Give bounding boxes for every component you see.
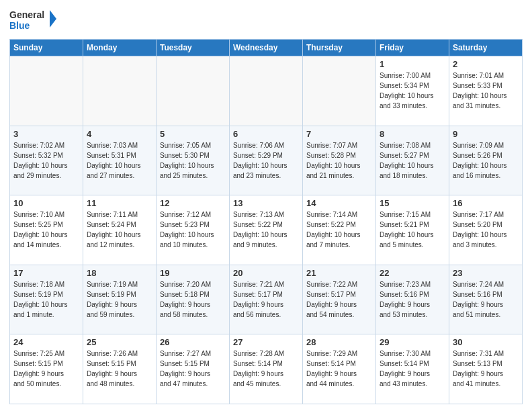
day-number: 16 [453, 198, 519, 208]
weekday-header-cell: Sunday [10, 40, 83, 56]
calendar-cell: 2Sunrise: 7:01 AMSunset: 5:33 PMDaylight… [449, 56, 523, 126]
day-number: 29 [380, 337, 445, 347]
weekday-header-cell: Saturday [449, 40, 523, 56]
weekday-header-cell: Thursday [303, 40, 376, 56]
day-info: Sunrise: 7:11 AMSunset: 5:24 PMDaylight:… [87, 210, 152, 250]
calendar-cell: 13Sunrise: 7:13 AMSunset: 5:22 PMDayligh… [230, 195, 303, 265]
calendar-cell: 10Sunrise: 7:10 AMSunset: 5:25 PMDayligh… [10, 195, 83, 265]
calendar-cell [83, 56, 157, 126]
calendar-cell: 22Sunrise: 7:23 AMSunset: 5:16 PMDayligh… [376, 265, 449, 334]
calendar-cell: 5Sunrise: 7:05 AMSunset: 5:30 PMDaylight… [157, 126, 230, 195]
calendar-cell: 14Sunrise: 7:14 AMSunset: 5:22 PMDayligh… [303, 195, 376, 265]
day-info: Sunrise: 7:05 AMSunset: 5:30 PMDaylight:… [160, 140, 226, 181]
day-number: 14 [306, 198, 372, 208]
day-info: Sunrise: 7:09 AMSunset: 5:26 PMDaylight:… [453, 140, 519, 181]
day-info: Sunrise: 7:31 AMSunset: 5:13 PMDaylight:… [453, 349, 519, 389]
calendar-cell: 30Sunrise: 7:31 AMSunset: 5:13 PMDayligh… [449, 334, 523, 404]
day-info: Sunrise: 7:00 AMSunset: 5:34 PMDaylight:… [380, 71, 445, 111]
day-info: Sunrise: 7:07 AMSunset: 5:28 PMDaylight:… [306, 140, 372, 181]
calendar-cell: 27Sunrise: 7:28 AMSunset: 5:14 PMDayligh… [230, 334, 303, 404]
day-info: Sunrise: 7:06 AMSunset: 5:29 PMDaylight:… [233, 140, 299, 181]
calendar-week-row: 3Sunrise: 7:02 AMSunset: 5:32 PMDaylight… [10, 126, 523, 195]
day-number: 13 [233, 198, 299, 208]
day-number: 26 [160, 337, 226, 347]
day-info: Sunrise: 7:18 AMSunset: 5:19 PMDaylight:… [13, 279, 79, 320]
calendar-cell: 26Sunrise: 7:27 AMSunset: 5:15 PMDayligh… [157, 334, 230, 404]
calendar-cell: 7Sunrise: 7:07 AMSunset: 5:28 PMDaylight… [303, 126, 376, 195]
calendar-cell: 23Sunrise: 7:24 AMSunset: 5:16 PMDayligh… [449, 265, 523, 334]
calendar-week-row: 17Sunrise: 7:18 AMSunset: 5:19 PMDayligh… [10, 265, 523, 334]
day-number: 11 [87, 198, 152, 208]
svg-text:General: General [9, 9, 44, 20]
day-info: Sunrise: 7:08 AMSunset: 5:27 PMDaylight:… [380, 140, 445, 181]
day-info: Sunrise: 7:17 AMSunset: 5:20 PMDaylight:… [453, 210, 519, 250]
calendar-cell: 18Sunrise: 7:19 AMSunset: 5:19 PMDayligh… [83, 265, 157, 334]
day-info: Sunrise: 7:03 AMSunset: 5:31 PMDaylight:… [87, 140, 152, 181]
calendar-cell: 8Sunrise: 7:08 AMSunset: 5:27 PMDaylight… [376, 126, 449, 195]
day-info: Sunrise: 7:15 AMSunset: 5:21 PMDaylight:… [380, 210, 445, 250]
calendar-cell: 20Sunrise: 7:21 AMSunset: 5:17 PMDayligh… [230, 265, 303, 334]
weekday-header-cell: Wednesday [230, 40, 303, 56]
calendar-cell: 21Sunrise: 7:22 AMSunset: 5:17 PMDayligh… [303, 265, 376, 334]
calendar-cell: 25Sunrise: 7:26 AMSunset: 5:15 PMDayligh… [83, 334, 157, 404]
calendar-week-row: 10Sunrise: 7:10 AMSunset: 5:25 PMDayligh… [10, 195, 523, 265]
day-info: Sunrise: 7:27 AMSunset: 5:15 PMDaylight:… [160, 349, 226, 389]
day-number: 18 [87, 268, 152, 278]
calendar-cell [303, 56, 376, 126]
calendar-cell: 24Sunrise: 7:25 AMSunset: 5:15 PMDayligh… [10, 334, 83, 404]
day-info: Sunrise: 7:19 AMSunset: 5:19 PMDaylight:… [87, 279, 152, 320]
day-number: 23 [453, 268, 519, 278]
calendar-cell: 6Sunrise: 7:06 AMSunset: 5:29 PMDaylight… [230, 126, 303, 195]
logo: General Blue [9, 7, 56, 34]
day-info: Sunrise: 7:14 AMSunset: 5:22 PMDaylight:… [306, 210, 372, 250]
day-number: 20 [233, 268, 299, 278]
calendar-cell [10, 56, 83, 126]
day-number: 4 [87, 129, 152, 139]
day-number: 27 [233, 337, 299, 347]
calendar-body: 1Sunrise: 7:00 AMSunset: 5:34 PMDaylight… [10, 56, 523, 404]
day-info: Sunrise: 7:29 AMSunset: 5:14 PMDaylight:… [306, 349, 372, 389]
day-number: 2 [453, 59, 519, 69]
day-number: 7 [306, 129, 372, 139]
day-number: 1 [380, 59, 445, 69]
calendar-week-row: 24Sunrise: 7:25 AMSunset: 5:15 PMDayligh… [10, 334, 523, 404]
day-info: Sunrise: 7:30 AMSunset: 5:14 PMDaylight:… [380, 349, 445, 389]
calendar-week-row: 1Sunrise: 7:00 AMSunset: 5:34 PMDaylight… [10, 56, 523, 126]
weekday-header-cell: Tuesday [157, 40, 230, 56]
day-info: Sunrise: 7:12 AMSunset: 5:23 PMDaylight:… [160, 210, 226, 250]
day-number: 15 [380, 198, 445, 208]
day-number: 30 [453, 337, 519, 347]
calendar-page: General Blue SundayMondayTuesdayWednesda… [0, 0, 532, 411]
calendar-table: SundayMondayTuesdayWednesdayThursdayFrid… [9, 39, 523, 404]
day-number: 5 [160, 129, 226, 139]
calendar-cell: 4Sunrise: 7:03 AMSunset: 5:31 PMDaylight… [83, 126, 157, 195]
day-number: 24 [13, 337, 79, 347]
day-info: Sunrise: 7:24 AMSunset: 5:16 PMDaylight:… [453, 279, 519, 320]
day-info: Sunrise: 7:23 AMSunset: 5:16 PMDaylight:… [380, 279, 445, 320]
calendar-cell: 12Sunrise: 7:12 AMSunset: 5:23 PMDayligh… [157, 195, 230, 265]
day-info: Sunrise: 7:02 AMSunset: 5:32 PMDaylight:… [13, 140, 79, 181]
day-info: Sunrise: 7:21 AMSunset: 5:17 PMDaylight:… [233, 279, 299, 320]
calendar-cell: 28Sunrise: 7:29 AMSunset: 5:14 PMDayligh… [303, 334, 376, 404]
calendar-cell: 15Sunrise: 7:15 AMSunset: 5:21 PMDayligh… [376, 195, 449, 265]
day-number: 22 [380, 268, 445, 278]
day-number: 3 [13, 129, 79, 139]
weekday-header-row: SundayMondayTuesdayWednesdayThursdayFrid… [10, 40, 523, 56]
day-number: 19 [160, 268, 226, 278]
day-number: 6 [233, 129, 299, 139]
svg-text:Blue: Blue [9, 20, 30, 31]
day-number: 21 [306, 268, 372, 278]
day-info: Sunrise: 7:28 AMSunset: 5:14 PMDaylight:… [233, 349, 299, 389]
day-info: Sunrise: 7:10 AMSunset: 5:25 PMDaylight:… [13, 210, 79, 250]
calendar-cell: 9Sunrise: 7:09 AMSunset: 5:26 PMDaylight… [449, 126, 523, 195]
calendar-cell: 29Sunrise: 7:30 AMSunset: 5:14 PMDayligh… [376, 334, 449, 404]
header: General Blue [9, 7, 523, 34]
day-number: 10 [13, 198, 79, 208]
calendar-cell: 19Sunrise: 7:20 AMSunset: 5:18 PMDayligh… [157, 265, 230, 334]
svg-marker-2 [50, 10, 56, 28]
calendar-cell [230, 56, 303, 126]
day-number: 9 [453, 129, 519, 139]
weekday-header-cell: Monday [83, 40, 157, 56]
calendar-cell: 16Sunrise: 7:17 AMSunset: 5:20 PMDayligh… [449, 195, 523, 265]
calendar-cell: 11Sunrise: 7:11 AMSunset: 5:24 PMDayligh… [83, 195, 157, 265]
